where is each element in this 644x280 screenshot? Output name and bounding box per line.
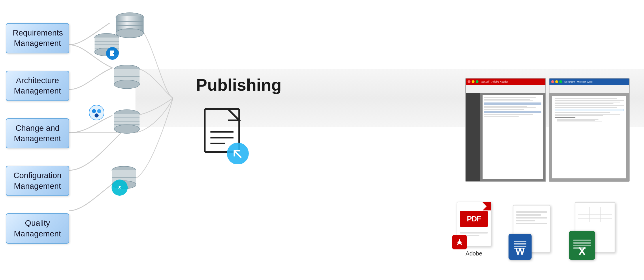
pdf-label: Adobe xyxy=(466,250,482,257)
svg-point-3 xyxy=(116,29,144,38)
screen2-word: Document - Microsoft Word xyxy=(549,78,630,182)
svg-rect-46 xyxy=(514,241,526,242)
architecture-management-box: Architecture Management xyxy=(6,71,69,101)
configuration-management-box: Configuration Management xyxy=(6,166,69,196)
svg-point-29 xyxy=(92,109,96,113)
svg-rect-1 xyxy=(116,17,144,33)
svg-point-28 xyxy=(89,105,104,120)
svg-point-9 xyxy=(95,48,119,56)
management-boxes-container: Requirements Management Architecture Man… xyxy=(6,23,69,244)
word-icon: W xyxy=(509,202,555,257)
publishing-area: Publishing xyxy=(196,75,281,165)
svg-rect-2 xyxy=(116,16,144,32)
svg-text:ε: ε xyxy=(118,184,121,191)
excel-icon: X xyxy=(569,199,621,257)
svg-text:W: W xyxy=(515,246,525,257)
document-icon xyxy=(196,106,254,164)
publishing-title: Publishing xyxy=(196,75,281,94)
svg-point-15 xyxy=(113,53,114,54)
svg-text:X: X xyxy=(578,245,586,257)
svg-point-7 xyxy=(95,33,119,42)
screen1-pdf: test.pdf - Adobe Reader xyxy=(465,78,546,182)
svg-point-31 xyxy=(95,113,99,117)
svg-point-32 xyxy=(112,166,136,174)
requirements-management-box: Requirements Management xyxy=(6,23,69,53)
output-formats: PDF Adobe xyxy=(454,199,621,257)
pdf-icon: PDF Adobe xyxy=(454,199,494,257)
svg-point-13 xyxy=(106,47,119,60)
svg-point-30 xyxy=(97,109,101,113)
change-management-box: Change and Management xyxy=(6,118,69,149)
svg-point-38 xyxy=(112,180,128,196)
svg-point-0 xyxy=(116,13,144,22)
svg-rect-51 xyxy=(573,240,591,241)
svg-rect-8 xyxy=(95,38,119,52)
svg-rect-52 xyxy=(573,242,591,244)
svg-point-34 xyxy=(112,181,136,189)
svg-rect-33 xyxy=(112,170,136,185)
svg-rect-14 xyxy=(110,51,114,56)
screens-mockup: test.pdf - Adobe Reader xyxy=(465,78,630,182)
svg-rect-47 xyxy=(514,243,526,244)
quality-management-box: Quality Management xyxy=(6,213,69,244)
